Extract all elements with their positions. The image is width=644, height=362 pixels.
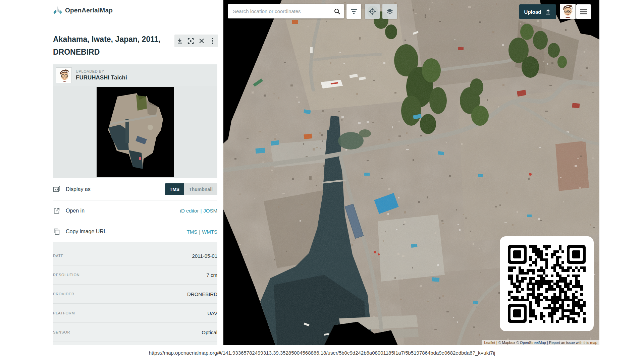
map-canvas[interactable]: Upload: [223, 0, 599, 345]
uploader-text: UPLOADED BY FURUHASHI Taichi: [76, 69, 127, 81]
layers-button[interactable]: [382, 4, 397, 19]
qr-code-card: [500, 236, 594, 331]
link-separator: |: [200, 208, 202, 214]
copy-tms-link[interactable]: TMS: [187, 229, 198, 235]
image-thumbnail-art: [97, 87, 174, 177]
image-title: Akahama, Iwate, Japan, 2011, DRONEBIRD: [53, 33, 174, 58]
close-icon: [199, 38, 204, 44]
openaerialmap-page: OpenAerialMap Akahama, Iwate, Japan, 201…: [0, 0, 644, 362]
toggle-option-thumbnail[interactable]: Thumbnail: [184, 183, 217, 195]
copy-image-url-label: Copy image URL: [66, 229, 107, 235]
search-input[interactable]: [228, 8, 330, 14]
display-mode-toggle: TMS Thumbnail: [165, 183, 217, 195]
metadata-label: PROVIDER: [53, 292, 74, 296]
open-in-label: Open in: [66, 208, 85, 214]
image-title-line1: Akahama, Iwate, Japan, 2011,: [53, 33, 174, 46]
uploader-avatar[interactable]: [56, 68, 71, 83]
copy-wmts-link[interactable]: WMTS: [202, 229, 217, 235]
metadata-value: DRONEBIRD: [187, 291, 217, 297]
locate-me-button[interactable]: [365, 4, 380, 19]
upload-button-label: Upload: [524, 9, 541, 15]
uploader-header: UPLOADED BY FURUHASHI Taichi: [53, 64, 217, 86]
oam-plane-icon: [53, 5, 63, 15]
metadata-row-date: DATE 2011-05-01: [53, 246, 217, 265]
metadata-value: UAV: [207, 310, 217, 316]
open-in-josm-link[interactable]: JOSM: [203, 208, 217, 214]
upload-button[interactable]: Upload: [519, 4, 556, 19]
hamburger-menu-icon: [580, 9, 587, 14]
download-button[interactable]: [175, 36, 184, 46]
uploader-card: UPLOADED BY FURUHASHI Taichi: [53, 64, 217, 178]
search-icon: [334, 8, 340, 15]
metadata-row-resolution: RESOLUTION 7 cm: [53, 265, 217, 285]
map-attribution[interactable]: Leaflet | © Mapbox © OpenStreetMap | Rep…: [482, 340, 599, 345]
image-actions-toolbar: [174, 35, 218, 47]
app-logo[interactable]: OpenAerialMap: [53, 5, 113, 15]
metadata-label: DATE: [53, 254, 64, 258]
open-in-id-editor-link[interactable]: iD editor: [180, 208, 199, 214]
image-preview-container: [53, 86, 217, 178]
locate-icon: [369, 8, 376, 15]
user-avatar[interactable]: [560, 4, 576, 19]
open-in-links: iD editor|JOSM: [180, 208, 217, 214]
kebab-menu-icon: [212, 38, 214, 44]
metadata-table: DATE 2011-05-01 RESOLUTION 7 cm PROVIDER…: [53, 242, 217, 345]
user-avatar-image: [560, 4, 576, 19]
upload-icon: [545, 9, 551, 15]
zoom-to-extent-icon: [187, 38, 194, 44]
uploader-name[interactable]: FURUHASHI Taichi: [76, 74, 127, 81]
metadata-value: 7 cm: [206, 272, 217, 278]
close-panel-button[interactable]: [197, 36, 206, 46]
attribution-text: Leaflet | © Mapbox © OpenStreetMap | Rep…: [484, 341, 597, 345]
link-separator: |: [199, 229, 200, 235]
app-name: OpenAerialMap: [65, 7, 113, 14]
metadata-label: PLATFORM: [53, 311, 75, 315]
layers-icon: [386, 8, 393, 15]
toggle-option-tms[interactable]: TMS: [165, 183, 184, 195]
copy-image-url-row: Copy image URL TMS|WMTS: [53, 221, 217, 242]
qr-code: [508, 245, 586, 323]
uploaded-by-label: UPLOADED BY: [76, 69, 127, 73]
filter-button[interactable]: [346, 4, 361, 19]
open-in-icon: [53, 207, 60, 215]
more-options-button[interactable]: [208, 36, 217, 46]
metadata-label: SENSOR: [53, 330, 70, 334]
zoom-to-extent-button[interactable]: [186, 36, 196, 46]
metadata-row-provider: PROVIDER DRONEBIRD: [53, 285, 217, 304]
image-title-line2: DRONEBIRD: [53, 46, 174, 58]
open-in-row: Open in iD editor|JOSM: [53, 200, 217, 221]
copy-url-links: TMS|WMTS: [187, 229, 217, 235]
page-url: https://map.openaerialmap.org/#/141.9336…: [0, 350, 644, 356]
image-thumbnail[interactable]: [97, 87, 174, 177]
metadata-row-platform: PLATFORM UAV: [53, 304, 217, 323]
metadata-label: RESOLUTION: [53, 273, 80, 277]
search-button[interactable]: [330, 8, 344, 15]
metadata-value: Optical: [202, 329, 217, 335]
display-as-label: Display as: [66, 186, 91, 192]
copy-icon: [53, 228, 60, 235]
filter-icon: [350, 8, 358, 14]
display-as-row: Display as TMS Thumbnail: [53, 178, 217, 200]
metadata-value: 2011-05-01: [192, 253, 217, 259]
map-search-bar: [228, 4, 344, 18]
image-details-sidebar: OpenAerialMap Akahama, Iwate, Japan, 201…: [0, 0, 223, 345]
download-icon: [177, 38, 183, 44]
uploader-avatar-image: [57, 68, 71, 83]
display-as-icon: [53, 186, 60, 193]
main-menu-button[interactable]: [576, 4, 591, 19]
metadata-row-sensor: SENSOR Optical: [53, 323, 217, 342]
